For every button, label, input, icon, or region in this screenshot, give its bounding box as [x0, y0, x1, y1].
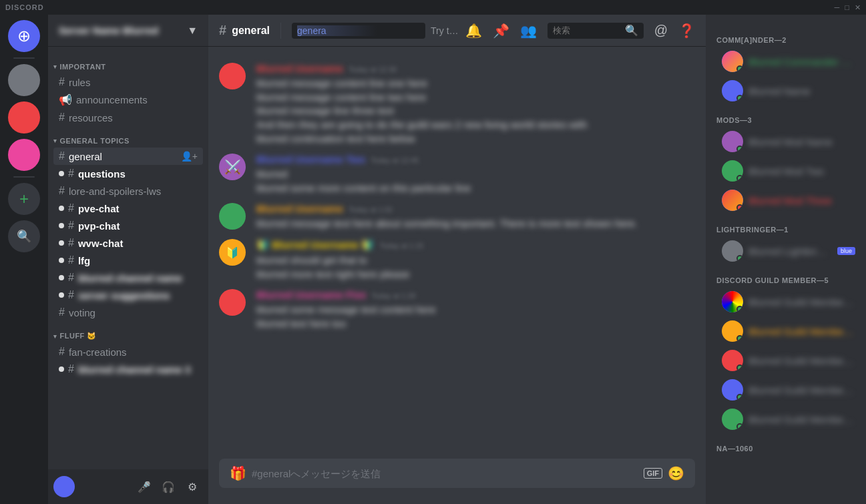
main-content: # general Try to stay on topic, anything… — [208, 15, 706, 504]
search-input[interactable] — [553, 25, 622, 35]
member-guild-5[interactable]: Blurred Guild Member Five — [711, 405, 861, 434]
member-mod-3[interactable]: Blurred Mod Three — [711, 186, 861, 215]
window-controls[interactable]: ─ □ ✕ — [835, 3, 861, 12]
pin-icon[interactable]: 📌 — [493, 23, 509, 39]
member-avatar-guild-4 — [722, 379, 743, 401]
headphones-button[interactable]: 🎧 — [158, 476, 179, 497]
member-name-commander-1: Blurred Commander Name — [748, 56, 855, 67]
member-guild-3[interactable]: Blurred Guild Member Three — [711, 346, 861, 375]
at-icon[interactable]: @ — [654, 23, 668, 38]
member-name-guild-1: Blurred Guild Member One — [748, 296, 855, 308]
app-title: DISCORD — [5, 3, 44, 11]
message-author-5: Blurred Username Five — [256, 289, 366, 300]
server-icon-2[interactable] — [8, 101, 40, 134]
member-avatar-mod-1 — [722, 131, 743, 152]
member-name-guild-3: Blurred Guild Member Three — [748, 355, 855, 366]
header-search-input[interactable] — [297, 25, 377, 36]
category-important[interactable]: ▾ IMPORTANT — [48, 52, 208, 73]
member-avatar-commander-2 — [722, 80, 743, 101]
member-guild-4[interactable]: Blurred Guild Member Four — [711, 375, 861, 405]
member-guild-2[interactable]: Blurred Guild Member Two — [711, 316, 861, 346]
channel-name-fan-creations: fan-creations — [69, 346, 198, 358]
channel-header: # general Try to stay on topic, anything… — [208, 15, 706, 47]
unread-indicator-questions — [59, 171, 64, 176]
member-avatar-commander-1 — [722, 51, 743, 72]
channel-lore[interactable]: # lore-and-spoilers-lws — [53, 182, 203, 200]
status-dot-guild-3 — [736, 364, 743, 371]
maximize-button[interactable]: □ — [845, 3, 849, 12]
message-group-4: 🔰 🔰 Blurred Username 🔰 Today at 1:15 blu… — [208, 236, 706, 284]
gift-icon[interactable]: 🎁 — [230, 465, 246, 481]
channel-topic: Try to stay on topic, anything el... — [431, 25, 460, 36]
channel-blurred-1[interactable]: # blurred channel name — [53, 269, 203, 286]
microphone-button[interactable]: 🎤 — [134, 476, 155, 497]
member-mod-2[interactable]: Blurred Mod Two — [711, 156, 861, 186]
message-input[interactable] — [252, 468, 638, 479]
help-icon[interactable]: ❓ — [678, 23, 695, 39]
members-sidebar: COMM[A]NDER—2 Blurred Commander Name Blu… — [706, 15, 866, 504]
channel-fan-creations[interactable]: # fan-creations — [53, 343, 203, 360]
add-server-button[interactable]: + — [8, 183, 40, 215]
status-dot-mod-1 — [736, 146, 743, 152]
member-avatar-guild-2 — [722, 320, 743, 342]
message-timestamp-4: Today at 1:15 — [379, 242, 423, 250]
hash-icon-voting: # — [59, 306, 65, 318]
category-general-topics[interactable]: ▾ GENERAL TOPICS — [48, 126, 208, 148]
channel-questions[interactable]: # questions — [53, 165, 203, 182]
hash-icon-blurred1: # — [68, 272, 74, 284]
user-avatar[interactable] — [53, 476, 75, 497]
settings-button[interactable]: ⚙ — [182, 476, 203, 497]
members-category-lightbringer: LIGHTBRINGER—1 — [706, 215, 866, 236]
member-mod-1[interactable]: Blurred Mod Name — [711, 127, 861, 156]
user-controls: 🎤 🎧 ⚙ — [134, 476, 203, 497]
unread-indicator-lfg — [59, 258, 64, 263]
channel-pve-chat[interactable]: # pve-chat — [53, 200, 203, 217]
message-author-1: Blurred Username — [256, 63, 343, 74]
emoji-icon[interactable]: 😊 — [668, 465, 684, 481]
hash-icon-resources: # — [59, 111, 65, 123]
add-member-icon[interactable]: 👤+ — [181, 151, 198, 162]
member-avatar-guild-3 — [722, 350, 743, 371]
channel-blurred-3[interactable]: # blurred channel name 3 — [53, 360, 203, 378]
message-content-3: Blurred Username Today at 1:02 blurred m… — [256, 203, 695, 231]
channel-blurred-2[interactable]: # server suggestions — [53, 286, 203, 304]
member-commander-1[interactable]: Blurred Commander Name — [711, 47, 861, 76]
channel-resources[interactable]: # resources — [53, 109, 203, 126]
messages-area[interactable]: Blurred Username Today at 12:30 blurred … — [208, 47, 706, 459]
server-header[interactable]: Server Name Blurred ▼ — [48, 15, 208, 47]
explore-servers-button[interactable]: 🔍 — [8, 220, 40, 252]
unread-indicator-wvw — [59, 240, 64, 246]
channel-lfg[interactable]: # lfg — [53, 252, 203, 269]
unread-indicator-blurred1 — [59, 275, 64, 280]
channel-rules[interactable]: # rules — [53, 73, 203, 91]
category-fluff[interactable]: ▾ FLUFF 🐱 — [48, 321, 208, 343]
channel-header-search[interactable] — [292, 23, 425, 39]
members-category-guild: DISCORD GUILD MEMBER—5 — [706, 266, 866, 287]
message-text-3: blurred message text here about somethin… — [256, 217, 695, 231]
channel-name-questions: questions — [78, 168, 198, 180]
message-avatar-4: 🔰 — [219, 239, 246, 266]
server-icon-3[interactable] — [8, 139, 40, 171]
server-icon-discord-home[interactable]: ⊕ — [8, 20, 40, 52]
channel-pvp-chat[interactable]: # pvp-chat — [53, 217, 203, 234]
minimize-button[interactable]: ─ — [835, 3, 840, 12]
server-icon-1[interactable] — [8, 64, 40, 96]
channel-announcements[interactable]: 📢 announcements — [53, 91, 203, 109]
member-commander-2[interactable]: Blurred Name — [711, 76, 861, 105]
member-name-mod-3: Blurred Mod Three — [748, 195, 855, 206]
server-menu-chevron[interactable]: ▼ — [187, 25, 198, 37]
member-lightbringer-1[interactable]: Blurred Lightbringer blue — [711, 236, 861, 266]
channel-sidebar: Server Name Blurred ▼ ▾ IMPORTANT # rule… — [48, 15, 208, 504]
hash-icon-wvw: # — [68, 237, 74, 249]
member-avatar-guild-1 — [722, 291, 743, 312]
members-icon[interactable]: 👥 — [520, 23, 537, 39]
gif-button[interactable]: GIF — [644, 468, 662, 479]
channel-voting[interactable]: # voting — [53, 304, 203, 321]
status-dot-mod-3 — [736, 204, 743, 211]
channel-wvw-chat[interactable]: # wvw-chat — [53, 234, 203, 252]
channel-general[interactable]: # general 👤+ — [53, 148, 203, 165]
member-guild-1[interactable]: Blurred Guild Member One — [711, 287, 861, 316]
members-category-na: NA—1060 — [706, 434, 866, 455]
notifications-icon[interactable]: 🔔 — [465, 23, 482, 39]
close-button[interactable]: ✕ — [855, 3, 861, 12]
